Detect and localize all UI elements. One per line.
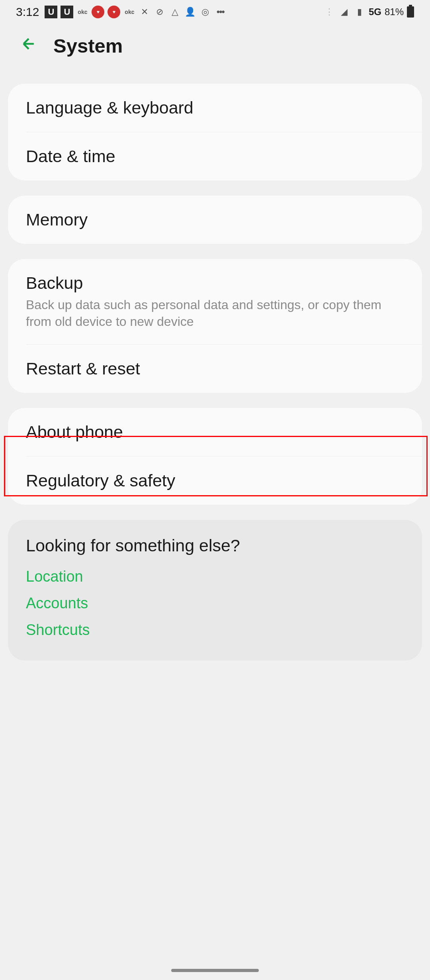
card-group-3: Backup Back up data such as personal dat…: [8, 259, 422, 393]
bluetooth-icon: ⋮: [323, 6, 335, 18]
okc-icon-2: okc: [123, 6, 135, 18]
content-area: Language & keyboard Date & time Memory B…: [0, 68, 430, 661]
page-title: System: [53, 35, 123, 57]
network-type: 5G: [369, 6, 381, 18]
menu-item-about-phone[interactable]: About phone: [8, 408, 422, 456]
card-suggestions: Looking for something else? Location Acc…: [8, 520, 422, 661]
card-group-1: Language & keyboard Date & time: [8, 84, 422, 180]
menu-subtitle-backup: Back up data such as personal data and s…: [26, 297, 404, 330]
suggestion-link-location[interactable]: Location: [26, 568, 404, 585]
menu-item-memory[interactable]: Memory: [8, 196, 422, 244]
suggestion-link-shortcuts[interactable]: Shortcuts: [26, 621, 404, 639]
cvs-icon-2: ♥: [108, 6, 120, 18]
battery-percent: 81%: [385, 6, 404, 18]
status-bar: 3:12 U U okc ♥ ♥ okc ✕ ⊘ △ 👤 ◎ ••• ⋮ ◢ ▮…: [0, 0, 430, 24]
menu-item-regulatory-safety[interactable]: Regulatory & safety: [8, 457, 422, 505]
warning-icon: △: [169, 6, 181, 18]
okc-icon-1: okc: [76, 6, 88, 18]
status-left: 3:12 U U okc ♥ ♥ okc ✕ ⊘ △ 👤 ◎ •••: [16, 5, 226, 19]
page-header: System: [0, 24, 430, 68]
person-icon: 👤: [184, 6, 196, 18]
menu-label-backup: Backup: [26, 273, 404, 293]
suggestions-title: Looking for something else?: [26, 536, 404, 555]
menu-label-restart-reset: Restart & reset: [26, 359, 404, 378]
wifi-icon: ◢: [338, 6, 350, 18]
navigation-indicator[interactable]: [171, 969, 259, 972]
battery-icon: [407, 6, 414, 18]
status-right: ⋮ ◢ ▮ 5G 81%: [323, 6, 414, 18]
check-circle-icon: ⊘: [154, 6, 166, 18]
menu-label-memory: Memory: [26, 210, 404, 229]
menu-label-date-time: Date & time: [26, 147, 404, 166]
card-group-2: Memory: [8, 196, 422, 244]
menu-item-backup[interactable]: Backup Back up data such as personal dat…: [8, 259, 422, 344]
menu-item-language-keyboard[interactable]: Language & keyboard: [8, 84, 422, 132]
menu-item-restart-reset[interactable]: Restart & reset: [8, 345, 422, 393]
missed-call-icon: ✕: [139, 6, 150, 18]
status-time: 3:12: [16, 5, 39, 19]
more-icon: •••: [214, 6, 226, 18]
menu-label-regulatory-safety: Regulatory & safety: [26, 471, 404, 490]
menu-item-date-time[interactable]: Date & time: [8, 132, 422, 180]
signal-icon: ▮: [354, 6, 366, 18]
app-icon-u2: U: [61, 6, 73, 18]
card-group-4: About phone Regulatory & safety: [8, 408, 422, 505]
back-arrow-icon[interactable]: [20, 35, 37, 57]
instagram-icon: ◎: [199, 6, 211, 18]
suggestion-link-accounts[interactable]: Accounts: [26, 595, 404, 612]
menu-label-about-phone: About phone: [26, 422, 404, 442]
app-icon-u1: U: [45, 6, 57, 18]
menu-label-language-keyboard: Language & keyboard: [26, 98, 404, 118]
cvs-icon-1: ♥: [92, 6, 104, 18]
